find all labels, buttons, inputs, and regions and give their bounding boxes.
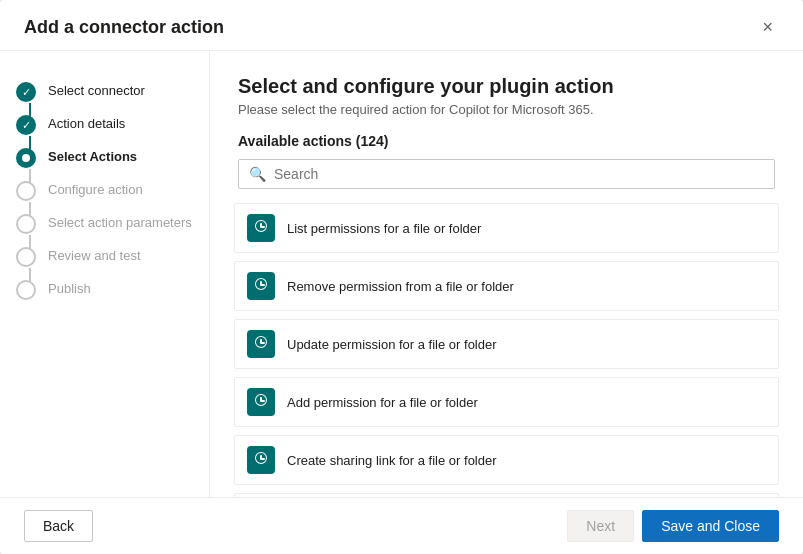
action-icon-box xyxy=(247,330,275,358)
dialog-body: ✓ Select connector ✓ Action details Sele… xyxy=(0,51,803,497)
step-label-select-action-parameters: Select action parameters xyxy=(48,213,192,232)
step-circle-action-details: ✓ xyxy=(16,115,36,135)
list-item[interactable]: List permissions for a file or folder xyxy=(234,203,779,253)
sidebar-item-action-details: ✓ Action details xyxy=(0,108,209,141)
action-label: List permissions for a file or folder xyxy=(287,221,481,236)
action-icon xyxy=(253,452,269,468)
sidebar-item-publish: Publish xyxy=(0,273,209,306)
list-item[interactable]: Update permission for a file or folder xyxy=(234,319,779,369)
step-circle-select-action-parameters xyxy=(16,214,36,234)
action-label: Create sharing link for a file or folder xyxy=(287,453,497,468)
add-connector-action-dialog: Add a connector action × ✓ Select connec… xyxy=(0,0,803,554)
action-icon-box xyxy=(247,272,275,300)
sidebar: ✓ Select connector ✓ Action details Sele… xyxy=(0,51,210,497)
actions-list: List permissions for a file or folder Re… xyxy=(234,203,779,497)
dialog-title: Add a connector action xyxy=(24,17,224,38)
step-circle-select-actions xyxy=(16,148,36,168)
search-icon: 🔍 xyxy=(249,166,266,182)
action-label: Update permission for a file or folder xyxy=(287,337,497,352)
sidebar-item-configure-action: Configure action xyxy=(0,174,209,207)
sidebar-item-select-action-parameters: Select action parameters xyxy=(0,207,209,240)
available-label: Available actions (124) xyxy=(238,133,775,149)
save-close-button[interactable]: Save and Close xyxy=(642,510,779,542)
list-item[interactable]: Create sharing link for a file or folder xyxy=(234,435,779,485)
section-title: Select and configure your plugin action xyxy=(238,75,775,98)
close-button[interactable]: × xyxy=(756,16,779,38)
sidebar-item-review-and-test: Review and test xyxy=(0,240,209,273)
list-item[interactable]: Remove permission from a file or folder xyxy=(234,261,779,311)
next-button[interactable]: Next xyxy=(567,510,634,542)
action-label: Add permission for a file or folder xyxy=(287,395,478,410)
action-icon-box xyxy=(247,214,275,242)
sidebar-item-select-connector: ✓ Select connector xyxy=(0,75,209,108)
action-icon xyxy=(253,220,269,236)
action-icon xyxy=(253,394,269,410)
check-icon-2: ✓ xyxy=(22,119,31,132)
step-label-configure-action: Configure action xyxy=(48,180,143,199)
step-label-action-details: Action details xyxy=(48,114,125,133)
step-circle-review-and-test xyxy=(16,247,36,267)
step-circle-publish xyxy=(16,280,36,300)
dialog-header: Add a connector action × xyxy=(0,0,803,51)
step-label-select-actions: Select Actions xyxy=(48,147,137,166)
step-label-review-and-test: Review and test xyxy=(48,246,141,265)
action-icon-box xyxy=(247,388,275,416)
step-label-select-connector: Select connector xyxy=(48,81,145,100)
footer-right: Next Save and Close xyxy=(567,510,779,542)
action-icon-box xyxy=(247,446,275,474)
search-input[interactable] xyxy=(274,166,764,182)
main-content: Select and configure your plugin action … xyxy=(210,51,803,497)
action-icon xyxy=(253,278,269,294)
back-button[interactable]: Back xyxy=(24,510,93,542)
action-icon xyxy=(253,336,269,352)
check-icon: ✓ xyxy=(22,86,31,99)
action-label: Remove permission from a file or folder xyxy=(287,279,514,294)
step-circle-configure-action xyxy=(16,181,36,201)
step-circle-select-connector: ✓ xyxy=(16,82,36,102)
active-dot xyxy=(22,154,30,162)
section-subtitle: Please select the required action for Co… xyxy=(238,102,775,117)
step-label-publish: Publish xyxy=(48,279,91,298)
search-box: 🔍 xyxy=(238,159,775,189)
sidebar-item-select-actions: Select Actions xyxy=(0,141,209,174)
dialog-footer: Back Next Save and Close xyxy=(0,497,803,554)
list-item[interactable]: Add permission for a file or folder xyxy=(234,377,779,427)
